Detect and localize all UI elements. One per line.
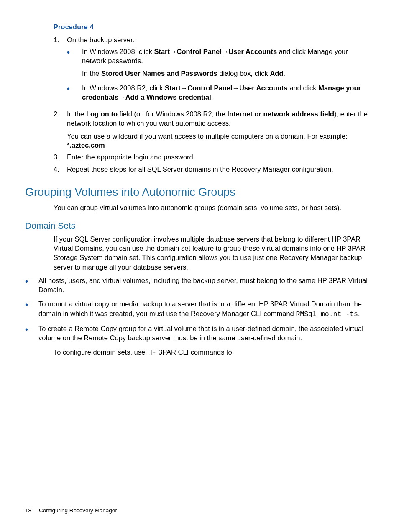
subsection-heading: Domain Sets [25, 220, 374, 231]
page-footer: 18Configuring Recovery Manager [25, 507, 117, 514]
list-item: • To mount a virtual copy or media backu… [25, 299, 374, 319]
list-item: • To create a Remote Copy group for a vi… [25, 324, 374, 343]
list-item: 1. On the backup server: • In Windows 20… [54, 35, 374, 107]
paragraph: In Windows 2008, click Start→Control Pan… [82, 47, 374, 66]
item-number: 1. [54, 35, 67, 107]
list-item: • All hosts, users, and virtual volumes,… [25, 276, 374, 295]
procedure-list: 1. On the backup server: • In Windows 20… [54, 35, 374, 174]
item-content: Repeat these steps for all SQL Server do… [67, 164, 374, 174]
item-number: 2. [54, 109, 67, 150]
procedure-heading: Procedure 4 [54, 23, 374, 32]
item-content: In the Log on to field (or, for Windows … [67, 109, 374, 150]
section-heading: Grouping Volumes into Autonomic Groups [25, 185, 374, 200]
item-number: 4. [54, 164, 67, 174]
paragraph: If your SQL Server configuration involve… [54, 234, 374, 272]
page-number: 18 [25, 507, 31, 514]
paragraph: You can group virtual volumes into auton… [54, 203, 374, 212]
bullet-icon: • [25, 276, 38, 295]
paragraph: In the Stored User Names and Passwords d… [82, 69, 374, 78]
bullet-content: To mount a virtual copy or media backup … [38, 299, 374, 319]
bullet-content: In Windows 2008, click Start→Control Pan… [82, 47, 374, 78]
list-item: 4. Repeat these steps for all SQL Server… [54, 164, 374, 174]
bullet-content: In Windows 2008 R2, click Start→Control … [82, 83, 374, 102]
list-item: 2. In the Log on to field (or, for Windo… [54, 109, 374, 150]
bullet-icon: • [25, 299, 38, 319]
paragraph: You can use a wildcard if you want acces… [67, 131, 374, 150]
item-number: 3. [54, 152, 67, 162]
page-container: Procedure 4 1. On the backup server: • I… [0, 0, 399, 532]
footer-section: Configuring Recovery Manager [39, 507, 117, 514]
paragraph: In the Log on to field (or, for Windows … [67, 109, 374, 128]
nested-bullets: • In Windows 2008, click Start→Control P… [67, 47, 374, 102]
bullet-content: All hosts, users, and virtual volumes, i… [38, 276, 374, 295]
item-content: Enter the appropriate login and password… [67, 152, 374, 162]
bullet-icon: • [67, 47, 82, 78]
bullet-icon: • [25, 324, 38, 343]
list-item: 3. Enter the appropriate login and passw… [54, 152, 374, 162]
item-content: On the backup server: • In Windows 2008,… [67, 35, 374, 107]
paragraph: To configure domain sets, use HP 3PAR CL… [54, 347, 374, 357]
domain-sets-bullets: • All hosts, users, and virtual volumes,… [25, 276, 374, 343]
list-item: • In Windows 2008, click Start→Control P… [67, 47, 374, 78]
bullet-icon: • [67, 83, 82, 102]
lead-text: On the backup server: [67, 35, 374, 44]
bullet-content: To create a Remote Copy group for a virt… [38, 324, 374, 343]
list-item: • In Windows 2008 R2, click Start→Contro… [67, 83, 374, 102]
